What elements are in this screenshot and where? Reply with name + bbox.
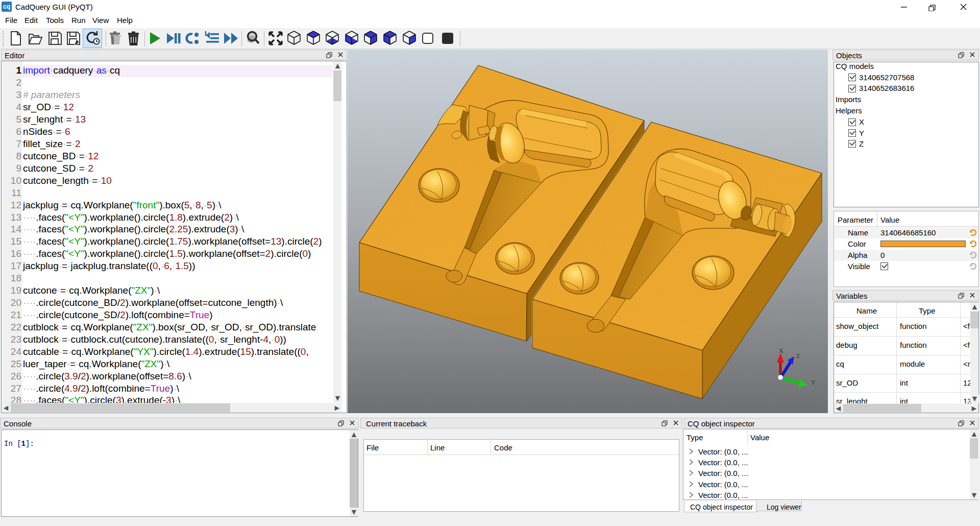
svg-text:Z: Z — [796, 352, 800, 360]
svg-text:Y: Y — [811, 379, 816, 386]
svg-text:X: X — [779, 347, 783, 354]
